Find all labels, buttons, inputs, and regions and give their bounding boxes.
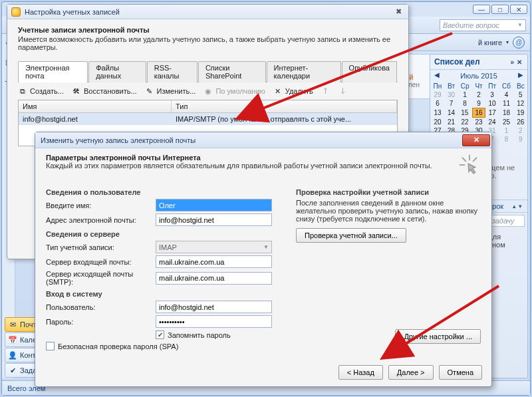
section-server: Сведения о сервере bbox=[46, 230, 280, 238]
account-type-value: IMAP bbox=[159, 243, 177, 251]
cal-day[interactable]: 7 bbox=[445, 99, 458, 108]
accounts-tab[interactable]: Списки SharePoint bbox=[198, 61, 266, 82]
chevron-up-icon[interactable]: ▴ bbox=[511, 203, 517, 209]
dialog-close-button[interactable]: ✕ bbox=[462, 134, 490, 146]
cal-day[interactable]: 5 bbox=[514, 90, 527, 99]
cal-day[interactable]: 18 bbox=[499, 108, 513, 118]
section-login: Вход в систему bbox=[46, 290, 280, 298]
next-button[interactable]: Далее > bbox=[388, 365, 434, 380]
minimize-button[interactable]: — bbox=[473, 5, 490, 14]
edit-dialog-intro: Параметры электронной почты Интернета Ка… bbox=[35, 148, 491, 182]
calendar-month-label: Июль 2015 bbox=[460, 72, 497, 80]
cal-day[interactable]: 15 bbox=[458, 108, 472, 118]
cal-day[interactable]: 30 bbox=[445, 90, 458, 99]
cal-day[interactable]: 13 bbox=[430, 108, 445, 118]
edit-account-button[interactable]: ✎Изменить... bbox=[145, 86, 196, 96]
cal-day[interactable]: 10 bbox=[485, 99, 499, 108]
cal-day[interactable]: 14 bbox=[445, 108, 458, 118]
maximize-button[interactable]: □ bbox=[491, 5, 509, 14]
cal-day[interactable]: 24 bbox=[485, 118, 499, 127]
username-input[interactable] bbox=[156, 301, 272, 313]
accounts-tab[interactable]: Файлы данных bbox=[88, 61, 146, 82]
cal-day[interactable]: 9 bbox=[472, 99, 485, 108]
cal-day[interactable]: 25 bbox=[499, 118, 513, 127]
new-icon: ⧉ bbox=[18, 86, 27, 96]
cal-day[interactable]: 8 bbox=[458, 99, 472, 108]
delete-icon: ✕ bbox=[273, 86, 283, 96]
cal-day[interactable]: 26 bbox=[514, 118, 527, 127]
cal-day[interactable]: 16 bbox=[472, 108, 485, 118]
incoming-server-input[interactable] bbox=[156, 255, 272, 268]
test-account-button[interactable]: Проверка учетной записи... bbox=[296, 228, 406, 243]
cal-day[interactable]: 9 bbox=[514, 135, 527, 144]
restore-account-button[interactable]: 🛠Восстановить... bbox=[72, 86, 137, 96]
outgoing-server-input[interactable] bbox=[156, 272, 272, 285]
cal-day[interactable]: 17 bbox=[485, 108, 499, 118]
cal-day[interactable]: 8 bbox=[499, 135, 513, 144]
cal-day[interactable]: 2 bbox=[514, 126, 527, 135]
cal-dow: Вт bbox=[445, 82, 458, 90]
svg-line-2 bbox=[462, 158, 466, 162]
cal-day[interactable]: 29 bbox=[430, 90, 445, 99]
help-search-input[interactable]: Введите вопрос ▼ bbox=[440, 19, 526, 31]
spa-checkbox[interactable] bbox=[46, 342, 55, 350]
cal-day[interactable]: 19 bbox=[514, 108, 527, 118]
edit-subheading: Каждый из этих параметров является обяза… bbox=[46, 162, 432, 170]
todo-panel-header: Список дел » ✕ bbox=[430, 55, 527, 70]
delete-account-button[interactable]: ✕Удалить bbox=[273, 86, 313, 96]
cal-day[interactable]: 4 bbox=[499, 90, 513, 99]
label-incoming: Сервер входящей почты: bbox=[46, 258, 156, 266]
cal-day[interactable]: 22 bbox=[458, 118, 472, 127]
accounts-tab[interactable]: Опубликова bbox=[342, 61, 397, 82]
cal-dow: Пт bbox=[485, 82, 499, 90]
accounts-tab[interactable]: Электронная почта bbox=[18, 61, 88, 82]
password-input[interactable] bbox=[156, 315, 272, 328]
account-row[interactable]: info@hostgid.net IMAP/SMTP (по умолчанию… bbox=[19, 113, 397, 125]
cal-dow: Чт bbox=[472, 82, 485, 90]
section-user: Сведения о пользователе bbox=[46, 188, 280, 196]
back-button[interactable]: < Назад bbox=[338, 365, 383, 380]
accounts-tab[interactable]: RSS-каналы bbox=[147, 61, 198, 82]
cal-day[interactable]: 1 bbox=[499, 126, 513, 135]
move-down-button[interactable]: 🡓 bbox=[338, 86, 348, 96]
dialog-title: Изменить учетную запись электронной почт… bbox=[41, 136, 196, 144]
window-close-button[interactable]: ✕ bbox=[510, 5, 527, 14]
create-account-button[interactable]: ⧉Создать... bbox=[18, 86, 64, 96]
calendar-month-header: ◀ Июль 2015 ▶ bbox=[430, 70, 527, 82]
cal-day[interactable]: 6 bbox=[430, 99, 445, 108]
set-default-button[interactable]: ◉По умолчанию bbox=[203, 86, 265, 96]
list-header: Имя Тип bbox=[19, 100, 397, 113]
account-type: IMAP/SMTP (по умолчанию отправлять с это… bbox=[172, 113, 397, 125]
name-input[interactable] bbox=[156, 199, 272, 211]
prev-month-icon[interactable]: ◀ bbox=[434, 71, 440, 78]
cal-dow: Пн bbox=[430, 82, 445, 90]
edit-heading: Параметры электронной почты Интернета bbox=[46, 154, 432, 162]
cal-day[interactable]: 20 bbox=[430, 118, 445, 127]
accounts-tab[interactable]: Интернет-календари bbox=[267, 61, 341, 82]
help-icon[interactable]: @ bbox=[513, 37, 525, 49]
chevron-down-icon[interactable]: ▾ bbox=[517, 203, 523, 209]
next-month-icon[interactable]: ▶ bbox=[518, 71, 523, 78]
cal-day[interactable]: 1 bbox=[458, 90, 472, 99]
dialog-close-icon[interactable]: ✖ bbox=[393, 7, 404, 16]
spa-label: Безопасная проверка пароля (SPA) bbox=[58, 342, 178, 350]
chevron-down-icon[interactable]: ▾ bbox=[506, 39, 509, 45]
col-type[interactable]: Тип bbox=[172, 100, 397, 112]
cal-day[interactable]: 21 bbox=[445, 118, 458, 127]
cal-day[interactable]: 2 bbox=[472, 90, 485, 99]
cancel-button[interactable]: Отмена bbox=[439, 365, 482, 380]
cal-day[interactable]: 11 bbox=[499, 99, 513, 108]
cal-day[interactable]: 3 bbox=[485, 90, 499, 99]
label-pass: Пароль: bbox=[46, 318, 156, 326]
repair-icon: 🛠 bbox=[72, 86, 81, 96]
cal-day[interactable]: 12 bbox=[514, 99, 527, 108]
col-name[interactable]: Имя bbox=[19, 100, 172, 112]
close-icon[interactable]: ✕ bbox=[515, 59, 523, 66]
chevron-right-icon[interactable]: » bbox=[509, 59, 515, 66]
email-input[interactable] bbox=[156, 213, 272, 226]
accounts-dialog-intro: Учетные записи электронной почты Имеется… bbox=[7, 19, 408, 55]
more-settings-button[interactable]: Другие настройки ... bbox=[395, 329, 481, 344]
move-up-button[interactable]: 🡑 bbox=[321, 86, 331, 96]
remember-password-checkbox[interactable]: ✔ bbox=[156, 331, 164, 339]
cal-day[interactable]: 23 bbox=[472, 118, 485, 127]
